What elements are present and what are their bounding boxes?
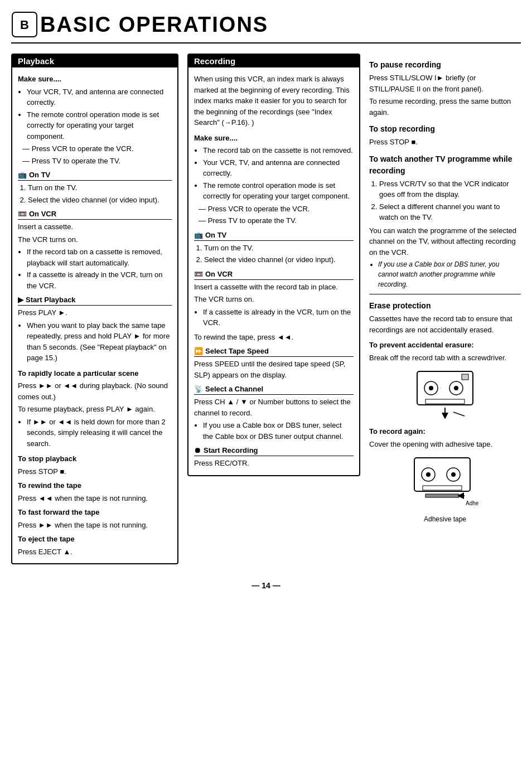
page-header: B BASIC OPERATIONS bbox=[11, 11, 521, 43]
fast-forward-line: Press ►► when the tape is not running. bbox=[18, 520, 172, 531]
rec-on-vcr-heading: 📼 On VCR bbox=[194, 270, 354, 280]
start-recording-heading: ⏺ Start Recording bbox=[194, 446, 354, 456]
svg-text:B: B bbox=[20, 18, 29, 32]
playback-title: Playback bbox=[12, 55, 177, 67]
select-channel-bullets: If you use a Cable box or DBS tuner, sel… bbox=[203, 420, 354, 442]
make-sure-list: Your VCR, TV, and antenna are connected … bbox=[27, 86, 172, 142]
prevent-line: Break off the record tab with a screwdri… bbox=[369, 352, 521, 364]
recording-title: Recording bbox=[188, 55, 359, 67]
list-item: Press TV to operate the TV. bbox=[22, 156, 172, 167]
page-footer: — 14 — bbox=[11, 581, 521, 590]
pause-recording-line2: To resume recording, press the same butt… bbox=[369, 96, 521, 118]
list-item: Turn on the TV. bbox=[28, 182, 172, 194]
logo-icon: B bbox=[11, 11, 38, 38]
list-item: If the record tab on a cassette is remov… bbox=[27, 246, 172, 268]
cassette-svg-1 bbox=[414, 369, 476, 419]
list-item: Press VCR to operate the VCR. bbox=[199, 204, 354, 215]
list-item: Select a different channel you want to w… bbox=[379, 201, 521, 223]
on-vcr-line2: The VCR turns on. bbox=[18, 234, 172, 245]
rapidly-heading: To rapidly locate a particular scene bbox=[18, 368, 172, 379]
list-item: Press TV to operate the TV. bbox=[199, 215, 354, 226]
playback-section: Playback Make sure.... Your VCR, TV, and… bbox=[11, 54, 178, 570]
vcr-icon: 📼 bbox=[18, 210, 27, 218]
recording-intro: When using this VCR, an index mark is al… bbox=[194, 74, 354, 128]
playback-body: Make sure.... Your VCR, TV, and antenna … bbox=[12, 67, 177, 563]
tape-icon: ⏩ bbox=[194, 347, 203, 355]
rapidly-bullets: If ►► or ◄◄ is held down for more than 2… bbox=[27, 417, 172, 449]
rec-icon: ⏺ bbox=[194, 446, 201, 454]
svg-line-10 bbox=[453, 412, 465, 416]
main-content: Playback Make sure.... Your VCR, TV, and… bbox=[11, 54, 521, 570]
dash-list: Press VCR to operate the VCR. Press TV t… bbox=[22, 143, 172, 166]
select-channel-line: Press CH ▲ / ▼ or Number buttons to sele… bbox=[194, 396, 354, 418]
page-title: BASIC OPERATIONS bbox=[40, 13, 268, 37]
erase-heading: Erase protection bbox=[369, 300, 521, 312]
list-item: Select the video channel (or video input… bbox=[204, 254, 354, 265]
list-item: Press VCR/TV so that the VCR indicator g… bbox=[379, 178, 521, 200]
stop-recording-line: Press STOP ■. bbox=[369, 137, 521, 148]
on-vcr-intro: Insert a cassette. bbox=[18, 221, 172, 233]
divider bbox=[369, 294, 521, 294]
rec-make-sure-list: The record tab on the cassette is not re… bbox=[203, 145, 354, 202]
svg-point-13 bbox=[426, 472, 431, 477]
watch-tv-heading: To watch another TV programme while reco… bbox=[369, 153, 521, 177]
tv-icon2: 📺 bbox=[194, 231, 203, 239]
list-item: When you want to play back the same tape… bbox=[27, 320, 172, 364]
stop-playback-heading: To stop playback bbox=[18, 453, 172, 465]
svg-text:Adhesive tape: Adhesive tape bbox=[466, 500, 478, 506]
rapidly-line2: To resume playback, press PLAY ► again. bbox=[18, 404, 172, 415]
list-item: If you use a Cable box or DBS tuner, sel… bbox=[203, 420, 354, 442]
pause-recording-heading: To pause recording bbox=[369, 59, 521, 71]
start-playback-heading: ▶ Start Playback bbox=[18, 296, 172, 306]
list-item: If ►► or ◄◄ is held down for more than 2… bbox=[27, 417, 172, 449]
rec-on-vcr-bullets: If a cassette is already in the VCR, tur… bbox=[203, 307, 354, 328]
stop-playback-line: Press STOP ■. bbox=[18, 466, 172, 477]
list-item: If a cassette is already in the VCR, tur… bbox=[27, 269, 172, 291]
stop-recording-heading: To stop recording bbox=[369, 123, 521, 135]
prevent-heading: To prevent accidental erasure: bbox=[369, 340, 521, 351]
rec-make-sure-label: Make sure.... bbox=[194, 133, 354, 144]
watch-tv-line: You can watch the programme of the selec… bbox=[369, 225, 521, 258]
eject-heading: To eject the tape bbox=[18, 534, 172, 545]
start-playback-bullets: When you want to play back the same tape… bbox=[27, 320, 172, 364]
start-playback-line1: Press PLAY ►. bbox=[18, 307, 172, 318]
svg-rect-17 bbox=[425, 494, 459, 497]
recording-section: Recording When using this VCR, an index … bbox=[187, 54, 360, 570]
page-number: — 14 — bbox=[252, 581, 280, 590]
pause-recording-line1: Press STILL/SLOW I► briefly (or STILL/PA… bbox=[369, 72, 521, 94]
rewind-line: Press ◄◄ when the tape is not running. bbox=[18, 493, 172, 504]
list-item: The record tab on the cassette is not re… bbox=[203, 145, 354, 156]
list-item: Press VCR to operate the VCR. bbox=[22, 143, 172, 154]
watch-tv-bullet: If you use a Cable box or DBS tuner, you… bbox=[378, 259, 521, 289]
adhesive-tape-label: Adhesive tape bbox=[369, 514, 521, 524]
list-item: Turn on the TV. bbox=[204, 243, 354, 254]
recording-box: Recording When using this VCR, an index … bbox=[187, 54, 360, 476]
channel-icon: 📡 bbox=[194, 385, 203, 393]
on-vcr-heading: 📼 On VCR bbox=[18, 210, 172, 220]
right-section: To pause recording Press STILL/SLOW I► b… bbox=[369, 54, 521, 570]
list-item: The remote control operation mode is set… bbox=[27, 109, 172, 142]
select-tape-heading: ⏩ Select Tape Speed bbox=[194, 347, 354, 357]
list-item: If a cassette is already in the VCR, tur… bbox=[203, 307, 354, 328]
watch-tv-steps: Press VCR/TV so that the VCR indicator g… bbox=[379, 178, 521, 223]
cassette-svg-2: Adhesive tape bbox=[412, 455, 478, 511]
svg-point-6 bbox=[454, 386, 458, 390]
rec-on-tv-heading: 📺 On TV bbox=[194, 231, 354, 241]
svg-point-4 bbox=[429, 386, 433, 390]
select-tape-line: Press SPEED until the desired tape speed… bbox=[194, 359, 354, 380]
rec-on-tv-steps: Turn on the TV. Select the video channel… bbox=[204, 243, 354, 265]
tv-icon: 📺 bbox=[18, 171, 27, 179]
recording-body: When using this VCR, an index mark is al… bbox=[188, 67, 359, 475]
svg-point-15 bbox=[451, 472, 456, 477]
cassette-diagram-2: Adhesive tape Adhesive tape bbox=[369, 455, 521, 524]
record-again-line: Cover the opening with adhesive tape. bbox=[369, 439, 521, 450]
fast-forward-heading: To fast forward the tape bbox=[18, 507, 172, 518]
on-vcr-bullets: If the record tab on a cassette is remov… bbox=[27, 246, 172, 291]
rec-dash-list: Press VCR to operate the VCR. Press TV t… bbox=[199, 204, 354, 226]
record-again-heading: To record again: bbox=[369, 426, 521, 437]
svg-rect-8 bbox=[462, 374, 468, 380]
list-item: Your VCR, TV, and antenna are connected … bbox=[203, 157, 354, 179]
make-sure-label: Make sure.... bbox=[18, 74, 172, 85]
vcr-icon2: 📼 bbox=[194, 270, 203, 278]
erase-line: Cassettes have the record tab to ensure … bbox=[369, 313, 521, 335]
